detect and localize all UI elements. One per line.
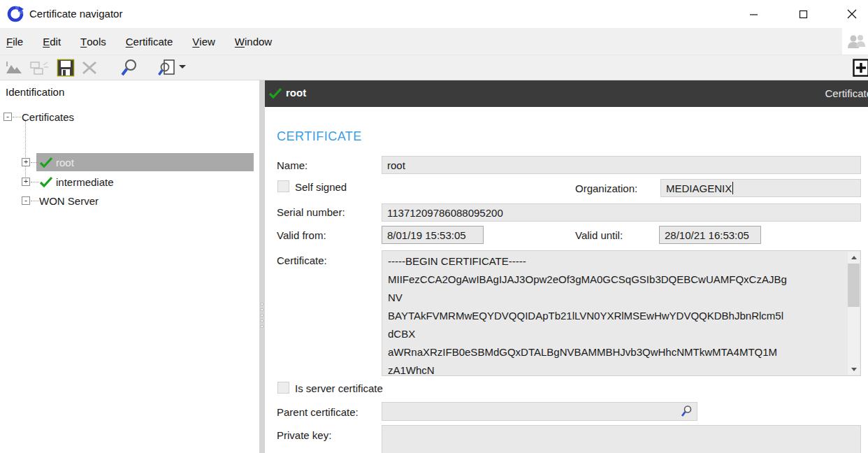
splitter-grip-dot (261, 319, 263, 322)
valid-until-input[interactable]: 28/10/21 16:53:05 (659, 226, 761, 244)
search-document-icon (157, 58, 177, 78)
menu-edit-accel: E (43, 36, 50, 48)
menu-certificate[interactable]: Certificate (116, 28, 183, 55)
add-item-icon (853, 59, 868, 77)
link-items-icon (29, 59, 49, 76)
maximize-icon (799, 10, 808, 19)
self-signed-checkbox[interactable] (277, 180, 289, 192)
certificate-textarea[interactable]: -----BEGIN CERTIFICATE----- MIIFezCCA2Og… (382, 250, 861, 376)
name-label: Name: (277, 159, 308, 171)
panel-splitter[interactable] (259, 80, 265, 453)
expand-box-root[interactable]: + (22, 158, 30, 166)
menu-view-rest: iew (199, 36, 215, 48)
organization-label: Organization: (575, 182, 637, 194)
maximize-button[interactable] (787, 0, 819, 28)
menu-file[interactable]: File (0, 28, 33, 55)
tree-label-certificates: Certificates (22, 111, 74, 123)
menu-window-rest: indow (245, 36, 272, 48)
certificate-scrollbar[interactable] (848, 252, 860, 375)
scroll-down-arrow-icon[interactable] (848, 364, 860, 375)
save-icon (57, 59, 75, 77)
detail-header-bar: root Certificate (265, 80, 868, 107)
minimize-button[interactable] (737, 0, 769, 28)
scrollbar-thumb[interactable] (848, 264, 860, 307)
tree-label-intermediate: intermediate (56, 176, 114, 188)
text-caret (732, 182, 733, 194)
tree-item-won-server[interactable]: WON Server (39, 192, 99, 210)
menu-bar: File Edit Tools Certificate View Window (0, 28, 842, 55)
menu-certificate-rest: ertificate (133, 36, 173, 48)
menu-view-accel: V (192, 36, 199, 48)
tree-label-root: root (56, 157, 74, 168)
menu-view[interactable]: View (182, 28, 225, 55)
delete-button-disabled[interactable] (79, 58, 100, 78)
serial-number-input[interactable]: 11371209786088095200 (382, 203, 861, 222)
application-window: Certificate navigator File Edit Tools Ce… (0, 0, 868, 453)
menu-tools-accel: T (80, 36, 87, 48)
splitter-grip-dot (261, 303, 263, 305)
certificate-text: -----BEGIN CERTIFICATE----- MIIFezCCA2Og… (388, 252, 845, 375)
search-button[interactable] (119, 58, 140, 78)
is-server-certificate-checkbox[interactable] (277, 382, 289, 394)
menu-edit[interactable]: Edit (33, 28, 71, 55)
valid-from-label: Valid from: (277, 229, 326, 241)
menu-edit-rest: dit (50, 36, 61, 48)
private-key-input[interactable] (382, 425, 861, 453)
valid-check-icon (39, 157, 53, 168)
lookup-search-icon[interactable] (680, 405, 693, 417)
splitter-grip-dot (261, 308, 263, 311)
title-bar: Certificate navigator (0, 0, 868, 28)
name-value: root (387, 159, 405, 171)
close-button[interactable] (836, 0, 868, 28)
expand-box-intermediate[interactable]: + (22, 178, 30, 186)
menu-file-rest: ile (13, 36, 23, 48)
tree-label-won-server: WON Server (39, 195, 99, 207)
search-dropdown-caret-icon[interactable] (179, 65, 186, 69)
menu-bar-right-area (842, 28, 868, 55)
window-title: Certificate navigator (29, 8, 122, 20)
serial-number-label: Serial number: (277, 206, 345, 218)
menu-window[interactable]: Window (225, 28, 282, 55)
menu-window-accel: W (235, 36, 245, 48)
scroll-up-arrow-icon[interactable] (848, 252, 860, 263)
tree-item-root[interactable]: root (39, 153, 74, 171)
tree-stub (31, 162, 39, 163)
expand-box-won-server[interactable]: - (22, 196, 30, 205)
private-key-label: Private key: (277, 429, 331, 441)
menu-tools[interactable]: Tools (71, 28, 116, 55)
certificate-label: Certificate: (277, 254, 327, 266)
expand-box-certificates[interactable]: - (3, 113, 12, 121)
organization-value: MEDIAGENIX (666, 182, 732, 194)
app-icon (7, 6, 24, 22)
detail-header-type: Certificate (825, 87, 868, 99)
valid-from-input[interactable]: 8/01/19 15:53:05 (382, 226, 484, 244)
save-button[interactable] (55, 58, 76, 78)
menu-file-accel: F (6, 36, 13, 48)
tree-stub (31, 201, 39, 201)
organization-input[interactable]: MEDIAGENIX (660, 179, 861, 197)
valid-until-label: Valid until: (575, 229, 623, 241)
self-signed-label: Self signed (295, 181, 347, 193)
splitter-grip-dot (261, 314, 263, 317)
section-title: CERTIFICATE (277, 129, 362, 144)
toolbar (0, 55, 868, 80)
search-document-button[interactable] (157, 58, 178, 78)
detail-header-title: root (286, 87, 306, 99)
parent-certificate-input[interactable] (382, 402, 697, 421)
delete-icon (80, 59, 99, 76)
add-item-button[interactable] (853, 59, 868, 77)
name-input[interactable]: root (382, 156, 861, 174)
tree-item-intermediate[interactable]: intermediate (39, 173, 114, 191)
minimize-icon (749, 10, 758, 19)
menu-tools-rest: ools (87, 36, 106, 48)
tree-item-certificates[interactable]: Certificates (22, 108, 74, 126)
is-server-certificate-label: Is server certificate (295, 382, 383, 394)
search-icon (120, 58, 139, 78)
image-icon (5, 59, 23, 76)
tree-stub (31, 182, 39, 182)
identification-panel: Identification - Certificates + root + i… (0, 80, 259, 453)
serial-number-value: 11371209786088095200 (387, 207, 503, 219)
parent-certificate-label: Parent certificate: (277, 406, 359, 418)
link-items-button-disabled[interactable] (29, 58, 50, 78)
image-button-disabled[interactable] (3, 58, 24, 78)
